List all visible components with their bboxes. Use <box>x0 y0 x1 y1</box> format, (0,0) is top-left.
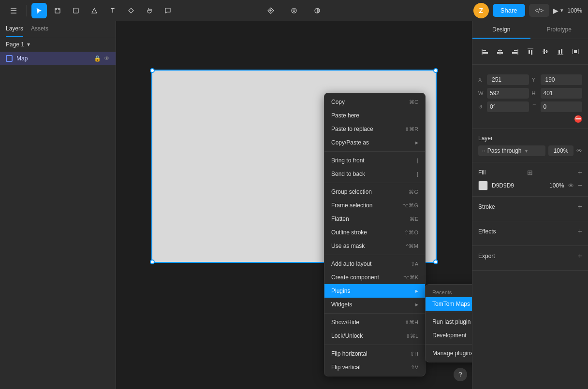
plugin-panel-button[interactable] <box>286 3 302 18</box>
menu-use-mask[interactable]: Use as mask ^⌘M <box>324 239 425 253</box>
menu-flip-vertical[interactable]: Flip vertical ⇧V <box>324 360 425 374</box>
menu-divider-3 <box>324 255 425 255</box>
layer-section: Layer ○ Pass through ▾ 👁 <box>472 129 588 162</box>
opacity-input[interactable] <box>548 145 573 156</box>
prototype-tab[interactable]: Prototype <box>530 21 588 39</box>
align-top-button[interactable] <box>524 45 537 58</box>
export-add-button[interactable]: + <box>578 252 582 260</box>
h-prop: H <box>532 88 583 99</box>
svg-rect-11 <box>482 50 486 51</box>
menu-paste-replace[interactable]: Paste to replace ⇧⌘R <box>324 122 425 136</box>
menu-frame-selection[interactable]: Frame selection ⌥⌘G <box>324 199 425 212</box>
submenu-tomtom[interactable]: TomTom Maps Generator <box>426 297 472 311</box>
svg-rect-0 <box>55 8 60 13</box>
corner-input[interactable] <box>541 101 583 112</box>
handle-tl[interactable] <box>150 68 155 73</box>
menu-copy[interactable]: Copy ⌘C <box>324 95 425 109</box>
menu-create-component[interactable]: Create component ⌥⌘K <box>324 271 425 284</box>
fill-visibility-icon[interactable]: 👁 <box>568 182 574 189</box>
rotation-input[interactable] <box>487 101 529 112</box>
blend-mode-dropdown[interactable]: ○ Pass through ▾ <box>478 145 545 156</box>
frame-tool-button[interactable] <box>50 3 65 18</box>
h-input[interactable] <box>541 88 583 99</box>
align-left-button[interactable] <box>478 45 491 58</box>
blend-mode-chevron: ▾ <box>525 148 528 154</box>
assets-tab[interactable]: Assets <box>31 25 48 37</box>
layer-visibility-icon[interactable]: 👁 <box>576 147 582 154</box>
menu-lock-unlock[interactable]: Lock/Unlock ⇧⌘L <box>324 329 425 343</box>
menu-bring-front[interactable]: Bring to front ] <box>324 154 425 167</box>
toolbar-separator-1 <box>26 5 27 16</box>
align-center-h-button[interactable] <box>493 45 506 58</box>
theme-button[interactable] <box>309 3 325 18</box>
pen-tool-button[interactable] <box>87 3 102 18</box>
hand-tool-button[interactable] <box>142 3 157 18</box>
align-right-button[interactable] <box>509 45 522 58</box>
align-bottom-button[interactable] <box>554 45 567 58</box>
fill-remove-button[interactable]: − <box>578 181 582 190</box>
layers-tab[interactable]: Layers <box>6 25 23 37</box>
menu-auto-layout[interactable]: Add auto layout ⇧A <box>324 257 425 271</box>
avatar-button[interactable]: Z <box>473 3 489 18</box>
layer-name: Map <box>16 55 28 62</box>
play-button[interactable]: ▶ ▾ <box>553 7 563 14</box>
distribute-h-button[interactable] <box>569 45 582 58</box>
share-button[interactable]: Share <box>493 4 525 17</box>
text-tool-button[interactable]: T <box>105 3 120 18</box>
comment-tool-button[interactable] <box>160 3 176 18</box>
menu-send-back[interactable]: Send to back [ <box>324 167 425 181</box>
proportions-button[interactable]: ⛔ <box>574 115 582 123</box>
submenu-divider-2 <box>426 344 472 345</box>
select-tool-button[interactable] <box>31 3 47 18</box>
w-prop: W <box>478 88 529 99</box>
handle-tr[interactable] <box>433 68 438 73</box>
stroke-section-header: Stroke + <box>478 202 582 211</box>
fill-opacity-label: 100% <box>545 182 564 189</box>
fill-color-swatch[interactable] <box>478 181 488 190</box>
zoom-button[interactable]: 100% <box>567 7 582 14</box>
main-menu-button[interactable] <box>6 3 21 18</box>
handle-br[interactable] <box>433 259 438 264</box>
toolbar-right: Z Share </> ▶ ▾ 100% <box>473 3 582 18</box>
corner-icon: ⌒ <box>532 103 539 110</box>
rotation-icon: ↺ <box>478 104 485 110</box>
sidebar-tabs: Layers Assets <box>0 21 116 37</box>
handle-bl[interactable] <box>150 259 155 264</box>
x-input[interactable] <box>487 74 529 85</box>
menu-flip-horizontal[interactable]: Flip horizontal ⇧H <box>324 347 425 360</box>
menu-group[interactable]: Group selection ⌘G <box>324 185 425 199</box>
fill-grid-icon[interactable]: ⊞ <box>527 169 533 176</box>
layer-item-map[interactable]: Map 🔒 👁 <box>0 52 116 65</box>
menu-paste-here[interactable]: Paste here <box>324 109 425 122</box>
fill-add-button[interactable]: + <box>578 168 582 177</box>
submenu-development[interactable]: Development ▸ <box>426 329 472 342</box>
y-input[interactable] <box>541 74 583 85</box>
stroke-add-button[interactable]: + <box>578 202 582 211</box>
eye-icon[interactable]: 👁 <box>104 55 110 62</box>
menu-outline-stroke[interactable]: Outline stroke ⇧⌘O <box>324 226 425 239</box>
page-selector[interactable]: Page 1 ▾ <box>0 37 116 52</box>
align-row <box>478 45 582 58</box>
component-tool-button[interactable] <box>123 3 139 18</box>
menu-flatten[interactable]: Flatten ⌘E <box>324 212 425 226</box>
help-button[interactable]: ? <box>454 368 467 381</box>
component-panel-button[interactable] <box>263 3 279 18</box>
left-sidebar: Layers Assets Page 1 ▾ Map 🔒 👁 <box>0 21 116 389</box>
svg-rect-18 <box>512 52 518 54</box>
export-section: Export + <box>472 246 588 271</box>
menu-show-hide[interactable]: Show/Hide ⇧⌘H <box>324 316 425 329</box>
effects-add-button[interactable]: + <box>578 227 582 236</box>
design-tab[interactable]: Design <box>472 21 530 39</box>
fill-section-title: Fill <box>478 169 485 176</box>
align-center-v-button[interactable] <box>539 45 552 58</box>
code-button[interactable]: </> <box>529 4 550 17</box>
export-section-header: Export + <box>478 252 582 260</box>
lock-icon[interactable]: 🔒 <box>94 55 101 62</box>
menu-widgets[interactable]: Widgets ▸ <box>324 298 425 311</box>
w-input[interactable] <box>487 88 529 99</box>
submenu-run-last[interactable]: Run last plugin ⌥⌘P <box>426 315 472 329</box>
shape-tool-button[interactable] <box>68 3 84 18</box>
submenu-manage-plugins[interactable]: Manage plugins... <box>426 346 472 360</box>
menu-plugins[interactable]: Plugins ▸ <box>324 284 425 298</box>
menu-copy-paste-as[interactable]: Copy/Paste as ▸ <box>324 136 425 149</box>
